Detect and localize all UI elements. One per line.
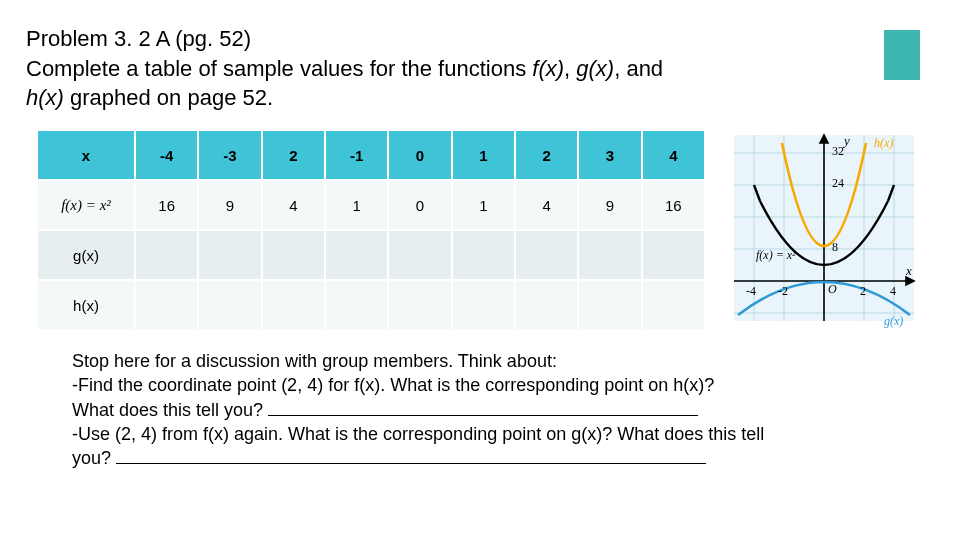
th: 0 — [389, 131, 450, 179]
graph-svg: 32 24 8 -4 -2 2 4 O y x f(x) = x² h(x) g… — [724, 129, 924, 329]
heading-line1: Problem 3. 2 A (pg. 52) — [26, 26, 251, 51]
row-label-hx: h(x) — [38, 281, 134, 329]
th: 4 — [643, 131, 704, 179]
y-tick-32: 32 — [832, 144, 844, 158]
heading-hx: h(x) — [26, 85, 64, 110]
th: -4 — [136, 131, 197, 179]
cell: 9 — [579, 181, 640, 229]
corner-accent — [884, 30, 920, 80]
cell — [389, 281, 450, 329]
cell: 16 — [136, 181, 197, 229]
cell — [579, 231, 640, 279]
cell — [136, 231, 197, 279]
cell: 0 — [389, 181, 450, 229]
graph-label-gx: g(x) — [884, 314, 903, 328]
disc-l3a: What does this tell you? — [72, 400, 268, 420]
th: 1 — [453, 131, 514, 179]
cell — [453, 231, 514, 279]
graph-label-hx: h(x) — [874, 136, 893, 150]
cell — [579, 281, 640, 329]
disc-l3: What does this tell you? — [72, 398, 920, 422]
cell — [516, 231, 577, 279]
graph: 32 24 8 -4 -2 2 4 O y x f(x) = x² h(x) g… — [724, 129, 924, 329]
heading-fx: f(x) — [532, 56, 564, 81]
discussion-block: Stop here for a discussion with group me… — [0, 331, 960, 470]
th-x: x — [38, 131, 134, 179]
blank-line-1 — [268, 398, 698, 416]
disc-l4: -Use (2, 4) from f(x) again. What is the… — [72, 422, 920, 446]
cell: 16 — [643, 181, 704, 229]
heading-c2: , and — [614, 56, 663, 81]
cell: 9 — [199, 181, 260, 229]
cell — [199, 231, 260, 279]
table-row-fx: f(x) = x² 16 9 4 1 0 1 4 9 16 — [38, 181, 704, 229]
cell — [263, 231, 324, 279]
disc-l5: you? — [72, 446, 920, 470]
x-tick-n2: -2 — [778, 284, 788, 298]
row-label-fx: f(x) = x² — [38, 181, 134, 229]
cell — [326, 281, 387, 329]
x-tick-n4: -4 — [746, 284, 756, 298]
disc-l2: -Find the coordinate point (2, 4) for f(… — [72, 373, 920, 397]
cell: 1 — [453, 181, 514, 229]
values-table: x -4 -3 2 -1 0 1 2 3 4 f(x) = x² 16 9 4 … — [36, 129, 706, 331]
th: -1 — [326, 131, 387, 179]
table-row-hx: h(x) — [38, 281, 704, 329]
heading-line2b: graphed on page 52. — [64, 85, 273, 110]
axis-y-label: y — [842, 133, 850, 148]
th: 2 — [516, 131, 577, 179]
origin-label: O — [828, 282, 837, 296]
cell: 1 — [326, 181, 387, 229]
cell — [263, 281, 324, 329]
y-tick-24: 24 — [832, 176, 844, 190]
th: 2 — [263, 131, 324, 179]
graph-label-fx: f(x) = x² — [756, 248, 796, 262]
cell — [643, 281, 704, 329]
blank-line-2 — [116, 446, 706, 464]
y-tick-8: 8 — [832, 240, 838, 254]
cell — [326, 231, 387, 279]
x-tick-2: 2 — [860, 284, 866, 298]
cell: 4 — [516, 181, 577, 229]
x-tick-4: 4 — [890, 284, 896, 298]
heading-line2a: Complete a table of sample values for th… — [26, 56, 532, 81]
cell — [389, 231, 450, 279]
cell — [453, 281, 514, 329]
table-header-row: x -4 -3 2 -1 0 1 2 3 4 — [38, 131, 704, 179]
table-row-gx: g(x) — [38, 231, 704, 279]
th: 3 — [579, 131, 640, 179]
disc-l5a: you? — [72, 448, 116, 468]
axis-x-label: x — [905, 263, 912, 278]
th: -3 — [199, 131, 260, 179]
fx-label-text: f(x) = x² — [61, 197, 111, 213]
cell — [136, 281, 197, 329]
disc-l1: Stop here for a discussion with group me… — [72, 349, 920, 373]
row-label-gx: g(x) — [38, 231, 134, 279]
cell — [199, 281, 260, 329]
heading-gx: g(x) — [576, 56, 614, 81]
heading-c1: , — [564, 56, 576, 81]
cell — [643, 231, 704, 279]
cell: 4 — [263, 181, 324, 229]
cell — [516, 281, 577, 329]
problem-heading: Problem 3. 2 A (pg. 52) Complete a table… — [0, 0, 960, 129]
